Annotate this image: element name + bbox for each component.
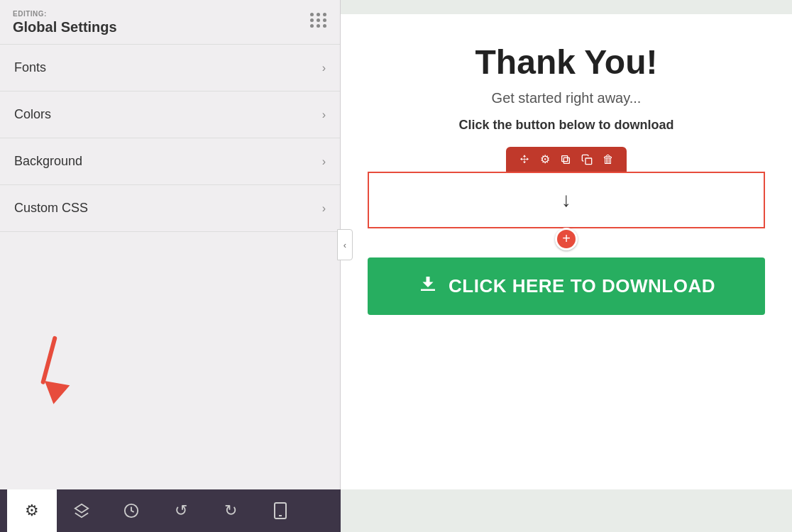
thank-you-heading: Thank You! (475, 43, 658, 82)
settings-menu: Fonts › Colors › Background › Custom CSS… (0, 45, 340, 489)
settings-bottom-button[interactable]: ⚙ (7, 489, 57, 532)
left-panel: EDITING: Global Settings Fonts › Colors … (0, 0, 341, 489)
layers-bottom-button[interactable] (57, 489, 106, 532)
delete-toolbar-button[interactable]: 🗑 (600, 152, 617, 167)
duplicate-button[interactable] (557, 153, 574, 167)
click-instruction-text: Click the button below to download (459, 118, 674, 133)
panel-title: Global Settings (13, 19, 327, 35)
settings-toolbar-button[interactable]: ⚙ (537, 151, 553, 167)
bottom-toolbar: ⚙ ↺ ↻ (0, 489, 341, 532)
element-toolbar: ⚙ 🗑 (506, 147, 627, 172)
svg-rect-2 (585, 158, 592, 165)
down-arrow-icon: ↓ (561, 189, 571, 211)
copy-button[interactable] (578, 153, 595, 167)
colors-label: Colors (14, 107, 51, 122)
svg-rect-1 (562, 155, 568, 161)
redo-bottom-button[interactable]: ↻ (206, 489, 255, 532)
editing-label: EDITING: (13, 10, 327, 18)
element-container[interactable]: ↓ (368, 172, 765, 228)
right-content: Thank You! Get started right away... Cli… (341, 0, 792, 489)
download-button-label: Click Here To Download (449, 275, 715, 297)
download-icon (417, 273, 439, 299)
page-content: Thank You! Get started right away... Cli… (341, 14, 792, 489)
fonts-label: Fonts (14, 60, 46, 75)
undo-bottom-button[interactable]: ↺ (156, 489, 206, 532)
history-bottom-button[interactable] (106, 489, 156, 532)
svg-rect-0 (563, 157, 569, 163)
mobile-preview-button[interactable] (255, 489, 305, 532)
menu-item-background[interactable]: Background › (0, 138, 340, 185)
dots-menu-icon[interactable] (310, 13, 327, 28)
custom-css-label: Custom CSS (14, 201, 88, 216)
background-chevron-icon: › (322, 155, 326, 168)
menu-item-custom-css[interactable]: Custom CSS › (0, 185, 340, 232)
menu-item-fonts[interactable]: Fonts › (0, 45, 340, 92)
download-button[interactable]: Click Here To Download (368, 257, 765, 315)
background-label: Background (14, 154, 82, 169)
main-area: EDITING: Global Settings Fonts › Colors … (0, 0, 792, 489)
fonts-chevron-icon: › (322, 62, 326, 74)
panel-header: EDITING: Global Settings (0, 0, 340, 45)
collapse-panel-button[interactable]: ‹ (337, 229, 353, 260)
colors-chevron-icon: › (322, 109, 326, 121)
subtitle-text: Get started right away... (492, 90, 642, 106)
menu-item-colors[interactable]: Colors › (0, 92, 340, 138)
add-element-button[interactable]: + (555, 228, 578, 250)
plus-icon: + (562, 231, 571, 245)
bottom-area: ⚙ ↺ ↻ (0, 489, 792, 532)
svg-marker-3 (75, 504, 88, 513)
move-button[interactable] (516, 153, 533, 167)
right-bottom-area (341, 489, 792, 532)
custom-css-chevron-icon: › (322, 202, 326, 215)
